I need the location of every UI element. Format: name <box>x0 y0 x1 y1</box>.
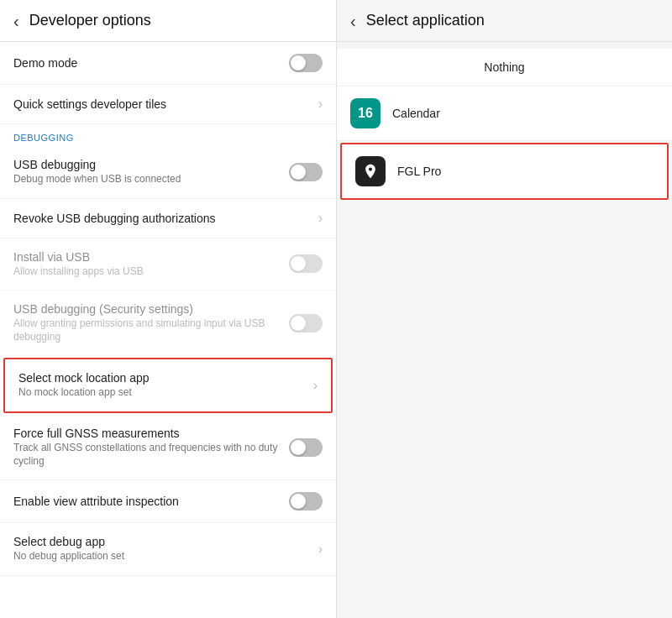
usb-debugging-toggle[interactable] <box>289 163 323 181</box>
force-gnss-title: Force full GNSS measurements <box>13 427 289 440</box>
calendar-name: Calendar <box>392 107 440 120</box>
view-attribute-toggle[interactable] <box>289 492 323 511</box>
select-debug-item[interactable]: Select debug app No debug application se… <box>0 523 336 576</box>
select-debug-subtitle: No debug application set <box>13 550 318 563</box>
nothing-item[interactable]: Nothing <box>337 49 672 86</box>
left-back-button[interactable]: ‹ <box>13 13 19 29</box>
right-panel: ‹ Select application Nothing 16 Calendar… <box>336 0 672 618</box>
usb-debugging-subtitle: Debug mode when USB is connected <box>13 173 289 186</box>
install-usb-title: Install via USB <box>13 250 289 264</box>
demo-mode-item[interactable]: Demo mode <box>0 42 336 85</box>
usb-debugging-item[interactable]: USB debugging Debug mode when USB is con… <box>0 146 336 199</box>
force-gnss-subtitle: Track all GNSS constellations and freque… <box>13 442 289 468</box>
install-usb-subtitle: Allow installing apps via USB <box>13 265 289 279</box>
usb-security-item: USB debugging (Security settings) Allow … <box>0 291 336 356</box>
install-usb-toggle <box>289 254 323 273</box>
settings-list: Demo mode Quick settings developer tiles… <box>0 42 336 618</box>
right-title: Select application <box>366 12 485 29</box>
revoke-usb-title: Revoke USB debugging authorizations <box>13 212 318 225</box>
calendar-icon: 16 <box>350 98 381 128</box>
view-attribute-item[interactable]: Enable view attribute inspection <box>0 480 336 523</box>
select-mock-title: Select mock location app <box>18 371 313 385</box>
quick-settings-title: Quick settings developer tiles <box>13 97 318 111</box>
fgl-pro-icon <box>355 156 386 186</box>
select-mock-item[interactable]: Select mock location app No mock locatio… <box>3 358 333 413</box>
demo-mode-title: Demo mode <box>13 56 289 70</box>
quick-settings-item[interactable]: Quick settings developer tiles › <box>0 85 336 124</box>
demo-mode-toggle[interactable] <box>289 54 323 72</box>
quick-settings-chevron: › <box>318 97 323 112</box>
location-pin-icon <box>362 163 379 180</box>
app-list: Nothing 16 Calendar FGL Pro <box>337 42 672 618</box>
revoke-usb-item[interactable]: Revoke USB debugging authorizations › <box>0 199 336 238</box>
calendar-item[interactable]: 16 Calendar <box>337 86 672 141</box>
force-gnss-toggle[interactable] <box>289 438 323 457</box>
left-header: ‹ Developer options <box>0 0 336 42</box>
usb-security-title: USB debugging (Security settings) <box>13 302 289 316</box>
fgl-pro-name: FGL Pro <box>397 165 441 178</box>
usb-debugging-title: USB debugging <box>13 158 289 171</box>
left-panel: ‹ Developer options Demo mode Quick sett… <box>0 0 336 618</box>
usb-security-toggle <box>289 314 323 333</box>
usb-security-subtitle: Allow granting permissions and simulatin… <box>13 317 289 343</box>
fgl-pro-item[interactable]: FGL Pro <box>340 143 669 200</box>
nothing-label: Nothing <box>484 60 524 74</box>
right-header: ‹ Select application <box>337 0 672 42</box>
left-title: Developer options <box>29 12 151 29</box>
view-attribute-title: Enable view attribute inspection <box>13 495 289 508</box>
force-gnss-item[interactable]: Force full GNSS measurements Track all G… <box>0 415 336 480</box>
select-mock-subtitle: No mock location app set <box>18 386 313 400</box>
select-debug-chevron: › <box>318 542 323 557</box>
select-debug-title: Select debug app <box>13 535 318 548</box>
revoke-usb-chevron: › <box>318 211 323 226</box>
right-back-button[interactable]: ‹ <box>350 13 356 29</box>
debugging-section-label: DEBUGGING <box>0 124 336 146</box>
select-mock-chevron: › <box>313 378 318 393</box>
install-usb-item: Install via USB Allow installing apps vi… <box>0 238 336 291</box>
